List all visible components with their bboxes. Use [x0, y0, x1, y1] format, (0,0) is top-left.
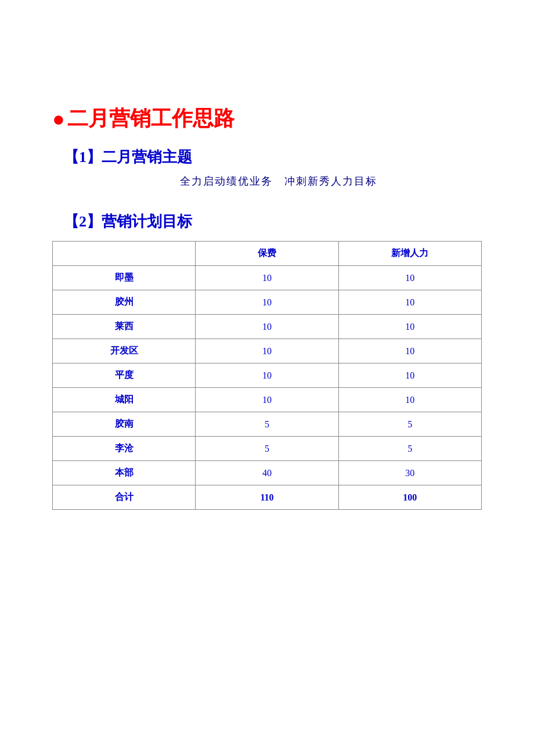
- table-cell-baofei: 40: [196, 461, 338, 485]
- section1-subtitle: 全力启动绩优业务 冲刺新秀人力目标: [52, 174, 482, 188]
- table-cell-label: 即墨: [53, 266, 196, 290]
- table-cell-xinzeng: 10: [338, 315, 481, 339]
- table-row: 胶州1010: [53, 290, 482, 315]
- table-cell-xinzeng: 10: [338, 266, 481, 290]
- table-cell-xinzeng: 10: [338, 339, 481, 363]
- section1-title: 【1】二月营销主题: [52, 147, 482, 167]
- table-cell-baofei: 5: [196, 437, 338, 461]
- table-row: 城阳1010: [53, 388, 482, 412]
- table-cell-baofei: 10: [196, 388, 338, 412]
- table-cell-xinzeng: 10: [338, 363, 481, 388]
- table-cell-label: 平度: [53, 363, 196, 388]
- table-cell-label: 合计: [53, 485, 196, 510]
- table-cell-label: 莱西: [53, 315, 196, 339]
- table-header-row: 保费 新增人力: [53, 242, 482, 266]
- page: ● 二月营销工作思路 【1】二月营销主题 全力启动绩优业务 冲刺新秀人力目标 【…: [0, 0, 534, 756]
- table-cell-baofei: 10: [196, 290, 338, 315]
- table-header-baofei: 保费: [196, 242, 338, 266]
- plan-table: 保费 新增人力 即墨1010胶州1010莱西1010开发区1010平度1010城…: [52, 241, 482, 510]
- table-cell-xinzeng: 10: [338, 290, 481, 315]
- table-cell-label: 李沧: [53, 437, 196, 461]
- table-row: 平度1010: [53, 363, 482, 388]
- table-cell-label: 胶南: [53, 412, 196, 437]
- section2-title: 【2】营销计划目标: [52, 211, 482, 232]
- table-cell-label: 开发区: [53, 339, 196, 363]
- table-header-xinzeng: 新增人力: [338, 242, 481, 266]
- table-cell-baofei: 110: [196, 485, 338, 510]
- table-cell-label: 胶州: [53, 290, 196, 315]
- table-cell-xinzeng: 5: [338, 412, 481, 437]
- table-cell-label: 本部: [53, 461, 196, 485]
- table-cell-baofei: 10: [196, 339, 338, 363]
- table-cell-xinzeng: 100: [338, 485, 481, 510]
- table-row: 本部4030: [53, 461, 482, 485]
- table-cell-xinzeng: 5: [338, 437, 481, 461]
- table-row: 胶南55: [53, 412, 482, 437]
- table-row: 合计110100: [53, 485, 482, 510]
- bullet-icon: ●: [52, 107, 65, 131]
- table-header-empty: [53, 242, 196, 266]
- table-row: 开发区1010: [53, 339, 482, 363]
- main-title: ● 二月营销工作思路: [52, 105, 482, 133]
- table-cell-label: 城阳: [53, 388, 196, 412]
- table-cell-baofei: 10: [196, 363, 338, 388]
- table-row: 即墨1010: [53, 266, 482, 290]
- table-cell-baofei: 10: [196, 266, 338, 290]
- table-row: 李沧55: [53, 437, 482, 461]
- main-title-text: 二月营销工作思路: [67, 105, 234, 133]
- table-cell-xinzeng: 30: [338, 461, 481, 485]
- table-cell-baofei: 10: [196, 315, 338, 339]
- table-cell-baofei: 5: [196, 412, 338, 437]
- table-cell-xinzeng: 10: [338, 388, 481, 412]
- table-row: 莱西1010: [53, 315, 482, 339]
